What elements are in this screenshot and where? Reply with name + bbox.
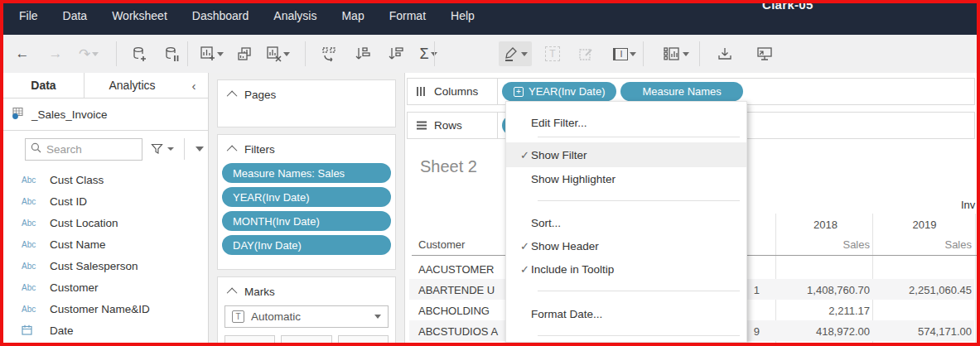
pill-year-inv-date[interactable]: + YEAR(Inv Date) — [502, 82, 616, 101]
titlebar: File Data Worksheet Dashboard Analysis M… — [3, 3, 977, 35]
data-pane: Data Analytics ‹ _Sales_Invoice — [3, 73, 209, 343]
download-icon[interactable] — [712, 41, 737, 66]
datasource-row[interactable]: _Sales_Invoice — [3, 99, 208, 131]
row-label[interactable]: AACUSTOMER — [418, 263, 495, 276]
field-date[interactable]: Date — [3, 320, 208, 341]
year-header-2019[interactable]: 2019 — [874, 219, 975, 231]
fields-menu-caret[interactable] — [196, 147, 204, 151]
color-button[interactable] — [224, 335, 275, 346]
mark-type-value: Automatic — [251, 310, 301, 323]
size-button[interactable] — [281, 335, 331, 346]
search-row — [3, 131, 208, 167]
string-type-icon: Abc — [22, 175, 50, 185]
inv-date-dimension-label: Inv D — [961, 199, 980, 211]
field-cust-id[interactable]: Abc Cust ID — [3, 190, 208, 212]
field-cust-class[interactable]: Abc Cust Class — [3, 169, 208, 190]
cell-value[interactable]: 418,972.00 — [779, 325, 870, 338]
menu-item-include-in-tooltip[interactable]: ✓ Include in Tooltip — [506, 257, 746, 281]
measure-header-sales-2018: Sales — [779, 238, 870, 251]
show-hide-cards-icon[interactable] — [656, 41, 696, 66]
string-type-icon: Abc — [22, 197, 50, 206]
marks-card: Marks T Automatic — [217, 276, 396, 346]
row-label[interactable]: ABCSTUDIOS A — [418, 325, 498, 338]
sort-ascending-icon[interactable] — [350, 41, 374, 66]
highlight-icon[interactable] — [499, 41, 532, 66]
collapse-chevron-icon[interactable] — [227, 288, 238, 299]
sort-descending-icon[interactable] — [383, 41, 408, 66]
search-icon — [31, 142, 41, 156]
search-box[interactable] — [25, 138, 142, 161]
menu-analysis[interactable]: Analysis — [261, 3, 329, 30]
field-customer-name-id[interactable]: Abc Customer Name&ID — [3, 298, 208, 320]
menu-worksheet[interactable]: Worksheet — [99, 3, 180, 30]
collapse-chevron-icon[interactable] — [227, 91, 238, 102]
cell-value[interactable]: 1,408,760.70 — [779, 284, 870, 296]
field-cust-location[interactable]: Abc Cust Location — [3, 212, 208, 233]
swap-rows-columns-icon[interactable] — [316, 41, 341, 66]
pause-auto-updates-icon[interactable] — [159, 41, 184, 66]
undo-icon[interactable]: ← — [10, 41, 35, 66]
menu-dashboard[interactable]: Dashboard — [180, 3, 262, 30]
calendar-icon — [22, 324, 50, 337]
collapse-chevron-icon[interactable] — [227, 146, 238, 156]
customer-column-header[interactable]: Customer — [418, 238, 465, 251]
presentation-mode-icon[interactable] — [752, 41, 777, 66]
text-button[interactable] — [338, 335, 389, 346]
tab-analytics[interactable]: Analytics — [84, 73, 180, 98]
annotation-icon[interactable] — [573, 41, 598, 66]
cards-pane: Pages Filters Measure Names: Sales YEAR(… — [209, 73, 404, 343]
string-type-icon: Abc — [22, 240, 50, 249]
year-header-2018[interactable]: 2018 — [779, 219, 872, 231]
field-filter-button[interactable] — [151, 143, 174, 155]
filters-card: Filters Measure Names: Sales YEAR(Inv Da… — [217, 134, 396, 270]
menu-data[interactable]: Data — [51, 3, 100, 30]
cell-value[interactable]: 2,211.17 — [779, 305, 870, 317]
clear-sheet-icon[interactable] — [265, 41, 290, 66]
field-cust-name[interactable]: Abc Cust Name — [3, 233, 208, 255]
menu-map[interactable]: Map — [329, 3, 376, 30]
fit-view-icon[interactable]: I — [606, 41, 643, 66]
menubar: File Data Worksheet Dashboard Analysis M… — [3, 3, 977, 30]
pages-card-title: Pages — [244, 89, 276, 101]
menu-format[interactable]: Format — [377, 3, 438, 30]
menu-item-format-date[interactable]: Format Date... — [506, 301, 746, 326]
menu-item-show-filter[interactable]: ✓ Show Filter — [506, 142, 746, 167]
search-input[interactable] — [46, 143, 129, 156]
expand-plus-icon[interactable]: + — [514, 87, 524, 97]
window-title: Clark-05 — [762, 0, 813, 12]
cell-value[interactable]: 2,251,060.45 — [874, 284, 972, 296]
field-customer[interactable]: Abc Customer — [3, 276, 208, 298]
menu-help[interactable]: Help — [438, 3, 487, 30]
add-data-source-icon[interactable] — [126, 41, 151, 66]
toolbar: ← → ↷ — [3, 35, 977, 73]
menu-item-sort[interactable]: Sort... — [506, 211, 746, 234]
string-type-icon: Abc — [22, 305, 50, 314]
columns-icon — [416, 86, 427, 97]
checkmark-icon: ✓ — [506, 240, 531, 252]
collapse-pane-icon[interactable]: ‹ — [180, 73, 208, 98]
rows-shelf-label: Rows — [408, 113, 498, 138]
pill-measure-names[interactable]: Measure Names — [620, 82, 742, 101]
totals-icon[interactable]: Σ — [416, 41, 441, 66]
menu-item-edit-filter[interactable]: Edit Filter... — [506, 108, 746, 137]
filter-pill-measure-names[interactable]: Measure Names: Sales — [222, 163, 391, 183]
filter-pill-day-inv-date[interactable]: DAY(Inv Date) — [222, 235, 391, 255]
duplicate-sheet-icon[interactable] — [232, 41, 257, 66]
filter-pill-month-inv-date[interactable]: MONTH(Inv Date) — [222, 211, 391, 231]
redo-icon[interactable]: → — [43, 41, 68, 66]
mark-type-dropdown[interactable]: T Automatic — [224, 305, 389, 328]
text-label-icon[interactable]: T — [540, 41, 565, 66]
replay-icon[interactable]: ↷ — [76, 41, 101, 66]
menu-item-show-header[interactable]: ✓ Show Header — [506, 234, 746, 257]
menu-item-show-highlighter[interactable]: Show Highlighter — [506, 167, 746, 190]
tab-data[interactable]: Data — [3, 73, 84, 98]
filter-pill-year-inv-date[interactable]: YEAR(Inv Date) — [222, 187, 391, 207]
cell-value[interactable]: 574,171.00 — [874, 325, 972, 338]
field-cust-salesperson[interactable]: Abc Cust Salesperson — [3, 255, 208, 276]
row-label[interactable]: ABARTENDE U — [418, 284, 495, 296]
data-pane-tabs: Data Analytics ‹ — [3, 73, 208, 99]
row-label[interactable]: ABCHOLDING — [418, 305, 490, 317]
field-list: Abc Cust Class Abc Cust ID Abc Cust Loca… — [3, 167, 208, 341]
menu-file[interactable]: File — [7, 3, 51, 30]
new-worksheet-icon[interactable] — [199, 41, 224, 66]
